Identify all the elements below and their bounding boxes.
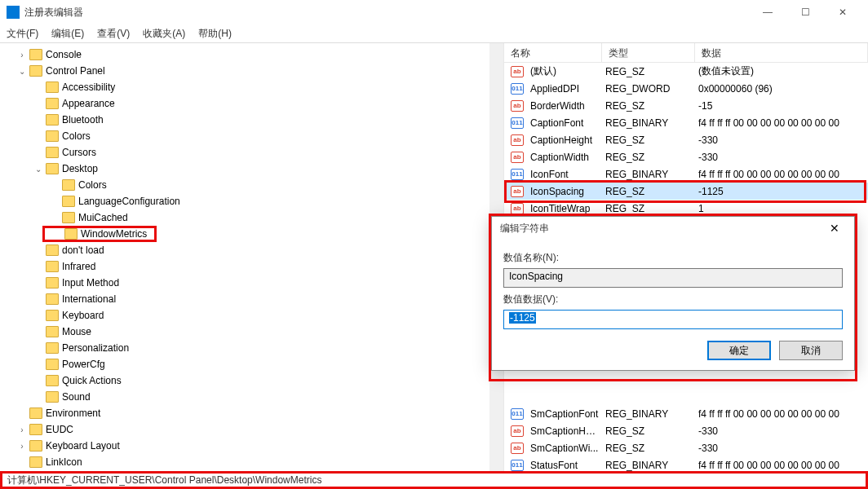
edit-string-dialog: 编辑字符串 ✕ 数值名称(N): IconSpacing 数值数据(V): -1… bbox=[491, 216, 855, 371]
list-row[interactable]: 011AppliedDPIREG_DWORD0x00000060 (96) bbox=[504, 80, 868, 97]
tree-node[interactable]: Input Method bbox=[33, 275, 503, 291]
folder-icon bbox=[46, 359, 59, 370]
folder-icon bbox=[29, 440, 42, 452]
tree-node-windowmetrics[interactable]: WindowMetrics bbox=[42, 226, 157, 242]
list-row[interactable]: abCaptionHeightREG_SZ-330 bbox=[504, 131, 868, 148]
list-row[interactable]: ab(默认)REG_SZ(数值未设置) bbox=[504, 63, 868, 80]
list-row[interactable] bbox=[504, 388, 868, 405]
tree-node[interactable]: Appearance bbox=[33, 95, 503, 112]
list-row[interactable]: abBorderWidthREG_SZ-15 bbox=[504, 97, 868, 114]
app-icon bbox=[7, 6, 20, 19]
string-icon: ab bbox=[511, 186, 524, 197]
tree-node-control-panel[interactable]: ⌄Control Panel bbox=[16, 63, 503, 79]
status-bar-path: 计算机\HKEY_CURRENT_USER\Control Panel\Desk… bbox=[0, 471, 868, 489]
folder-icon bbox=[46, 114, 59, 126]
folder-icon bbox=[29, 424, 42, 435]
tree-node[interactable]: International bbox=[33, 291, 503, 307]
menu-view[interactable]: 查看(V) bbox=[97, 27, 130, 41]
menu-favorites[interactable]: 收藏夹(A) bbox=[143, 27, 185, 41]
folder-icon bbox=[29, 65, 42, 77]
tree-node-linkicon[interactable]: LinkIcon bbox=[16, 454, 503, 470]
list-row[interactable]: 011CaptionFontREG_BINARYf4 ff ff ff 00 0… bbox=[504, 114, 868, 131]
list-row[interactable] bbox=[504, 371, 868, 388]
binary-icon: 011 bbox=[511, 169, 524, 180]
dialog-titlebar: 编辑字符串 ✕ bbox=[492, 217, 854, 240]
folder-icon bbox=[29, 456, 42, 468]
binary-icon: 011 bbox=[511, 117, 524, 129]
titlebar: 注册表编辑器 — ☐ ✕ bbox=[0, 0, 868, 24]
tree-node[interactable]: MuiCached bbox=[49, 209, 503, 226]
tree-node-eudc[interactable]: ›EUDC bbox=[16, 421, 503, 438]
cancel-button[interactable]: 取消 bbox=[779, 341, 843, 360]
tree-node[interactable]: Accessibility bbox=[33, 79, 503, 95]
tree-node[interactable]: Keyboard bbox=[33, 307, 503, 324]
value-data-input[interactable]: -1125 bbox=[503, 310, 843, 329]
folder-icon bbox=[46, 82, 59, 93]
binary-icon: 011 bbox=[511, 408, 524, 420]
value-name-label: 数值名称(N): bbox=[503, 251, 843, 265]
folder-icon bbox=[46, 391, 59, 403]
string-icon: ab bbox=[511, 152, 524, 163]
value-name-input[interactable]: IconSpacing bbox=[503, 268, 843, 288]
close-button[interactable]: ✕ bbox=[824, 0, 861, 24]
dialog-close-button[interactable]: ✕ bbox=[823, 217, 846, 240]
list-row[interactable]: abSmCaptionWi...REG_SZ-330 bbox=[504, 439, 868, 456]
folder-icon bbox=[46, 261, 59, 272]
menu-file[interactable]: 文件(F) bbox=[7, 27, 38, 41]
value-data-label: 数值数据(V): bbox=[503, 293, 843, 306]
tree-node-console[interactable]: ›Console bbox=[16, 46, 503, 63]
menu-edit[interactable]: 编辑(E) bbox=[51, 27, 84, 41]
string-icon: ab bbox=[511, 425, 524, 437]
folder-icon bbox=[46, 342, 59, 354]
tree-node[interactable]: Colors bbox=[33, 128, 503, 144]
col-name[interactable]: 名称 bbox=[504, 43, 602, 62]
string-icon: ab bbox=[511, 100, 524, 112]
menubar: 文件(F) 编辑(E) 查看(V) 收藏夹(A) 帮助(H) bbox=[0, 24, 868, 42]
list-row[interactable]: 011IconFontREG_BINARYf4 ff ff ff 00 00 0… bbox=[504, 165, 868, 183]
tree-node[interactable]: Colors bbox=[49, 177, 503, 193]
col-type[interactable]: 类型 bbox=[602, 43, 695, 62]
dialog-title: 编辑字符串 bbox=[500, 222, 823, 236]
string-icon: ab bbox=[511, 66, 524, 77]
list-row[interactable]: abSmCaptionHei...REG_SZ-330 bbox=[504, 422, 868, 439]
list-row[interactable]: abIconTitleWrapREG_SZ1 bbox=[504, 200, 868, 217]
tree-node-keyboard-layout[interactable]: ›Keyboard Layout bbox=[16, 438, 503, 454]
list-row[interactable]: abIconSpacingREG_SZ-1125 bbox=[504, 183, 868, 200]
folder-icon bbox=[62, 196, 75, 207]
binary-icon: 011 bbox=[511, 83, 524, 95]
tree-node[interactable]: LanguageConfiguration bbox=[49, 193, 503, 209]
folder-icon bbox=[62, 212, 75, 223]
ok-button[interactable]: 确定 bbox=[707, 341, 771, 360]
tree-node[interactable]: Quick Actions bbox=[33, 372, 503, 389]
folder-icon bbox=[46, 244, 59, 256]
folder-icon bbox=[46, 163, 59, 174]
folder-icon bbox=[46, 326, 59, 337]
list-row[interactable]: 011StatusFontREG_BINARYf4 ff ff ff 00 00… bbox=[504, 456, 868, 471]
tree-pane[interactable]: ›Console ⌄Control Panel Accessibility Ap… bbox=[0, 43, 504, 471]
tree-node[interactable]: Bluetooth bbox=[33, 112, 503, 128]
folder-icon bbox=[46, 293, 59, 305]
tree-node[interactable]: Personalization bbox=[33, 340, 503, 356]
folder-icon bbox=[64, 228, 78, 240]
list-row[interactable]: abCaptionWidthREG_SZ-330 bbox=[504, 148, 868, 165]
list-row[interactable]: 011SmCaptionFontREG_BINARYf4 ff ff ff 00… bbox=[504, 405, 868, 422]
tree-node[interactable]: Infrared bbox=[33, 258, 503, 275]
tree-node[interactable]: Sound bbox=[33, 389, 503, 405]
col-data[interactable]: 数据 bbox=[695, 43, 868, 62]
string-icon: ab bbox=[511, 134, 524, 146]
tree-node-desktop[interactable]: ⌄Desktop bbox=[33, 161, 503, 177]
tree-node[interactable]: don't load bbox=[33, 242, 503, 258]
tree-node[interactable]: Cursors bbox=[33, 144, 503, 161]
folder-icon bbox=[62, 179, 75, 191]
folder-icon bbox=[46, 310, 59, 321]
folder-icon bbox=[29, 408, 42, 419]
maximize-button[interactable]: ☐ bbox=[786, 0, 824, 24]
tree-node[interactable]: Mouse bbox=[33, 324, 503, 340]
list-header: 名称 类型 数据 bbox=[504, 43, 868, 63]
menu-help[interactable]: 帮助(H) bbox=[198, 27, 232, 41]
minimize-button[interactable]: — bbox=[749, 0, 786, 24]
string-icon: ab bbox=[511, 443, 524, 454]
tree-node-environment[interactable]: Environment bbox=[16, 405, 503, 421]
window-title: 注册表编辑器 bbox=[24, 6, 749, 20]
tree-node[interactable]: PowerCfg bbox=[33, 356, 503, 372]
